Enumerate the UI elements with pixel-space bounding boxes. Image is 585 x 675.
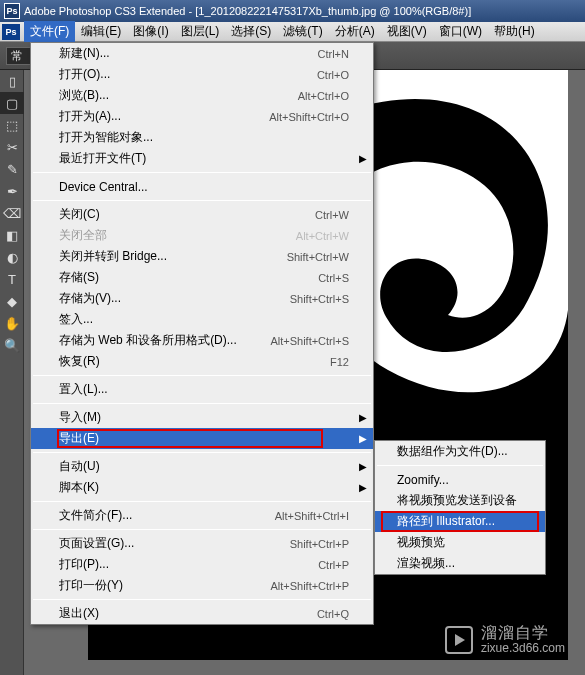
tool-shape[interactable]: ◆ <box>0 290 24 312</box>
export-menu-item[interactable]: 将视频预览发送到设备 <box>375 490 545 511</box>
menu-item-label: 存储为 Web 和设备所用格式(D)... <box>59 332 270 349</box>
menu-item-shortcut: Ctrl+Q <box>317 608 349 620</box>
menu-item-label: Zoomify... <box>397 473 449 487</box>
submenu-arrow-icon: ▶ <box>359 433 367 444</box>
menu-analysis[interactable]: 分析(A) <box>329 21 381 42</box>
ps-chip-icon: Ps <box>2 24 20 40</box>
watermark: 溜溜自学 zixue.3d66.com <box>445 624 565 655</box>
tool-type[interactable]: T <box>0 268 24 290</box>
menu-item-label: 退出(X) <box>59 605 317 622</box>
tool-pen[interactable]: ✒ <box>0 180 24 202</box>
menu-item-label: 渲染视频... <box>397 555 455 572</box>
menu-item-shortcut: Alt+Shift+Ctrl+P <box>270 580 349 592</box>
file-menu-item[interactable]: 存储(S)Ctrl+S <box>31 267 373 288</box>
menu-item-label: 恢复(R) <box>59 353 330 370</box>
tool-hand[interactable]: ✋ <box>0 312 24 334</box>
file-menu-item[interactable]: 置入(L)... <box>31 379 373 400</box>
menu-item-shortcut: Shift+Ctrl+S <box>290 293 349 305</box>
menu-item-label: 新建(N)... <box>59 45 318 62</box>
file-menu-item[interactable]: 脚本(K)▶ <box>31 477 373 498</box>
toolbox: ▯ ▢ ⬚ ✂ ✎ ✒ ⌫ ◧ ◐ T ◆ ✋ 🔍 <box>0 70 24 675</box>
file-menu-item[interactable]: 恢复(R)F12 <box>31 351 373 372</box>
file-menu-item[interactable]: 自动(U)▶ <box>31 456 373 477</box>
file-menu-item[interactable]: 存储为 Web 和设备所用格式(D)...Alt+Shift+Ctrl+S <box>31 330 373 351</box>
menu-item-shortcut: Ctrl+S <box>318 272 349 284</box>
separator <box>33 501 371 502</box>
menu-image[interactable]: 图像(I) <box>127 21 174 42</box>
tool-crop[interactable]: ✂ <box>0 136 24 158</box>
menu-edit[interactable]: 编辑(E) <box>75 21 127 42</box>
file-menu-item[interactable]: 打印(P)...Ctrl+P <box>31 554 373 575</box>
menu-item-label: 打开为智能对象... <box>59 129 349 146</box>
menu-item-shortcut: Alt+Ctrl+O <box>298 90 349 102</box>
file-menu-item[interactable]: 最近打开文件(T)▶ <box>31 148 373 169</box>
file-menu-item[interactable]: 打开为智能对象... <box>31 127 373 148</box>
play-icon <box>445 626 473 654</box>
tool-eraser[interactable]: ⌫ <box>0 202 24 224</box>
export-menu-item: 数据组作为文件(D)... <box>375 441 545 462</box>
file-menu-item[interactable]: 文件简介(F)...Alt+Shift+Ctrl+I <box>31 505 373 526</box>
menu-item-label: 打印一份(Y) <box>59 577 270 594</box>
menu-item-label: 打印(P)... <box>59 556 318 573</box>
file-menu-item[interactable]: 导入(M)▶ <box>31 407 373 428</box>
export-menu-item[interactable]: 渲染视频... <box>375 553 545 574</box>
window-title: Adobe Photoshop CS3 Extended - [1_201208… <box>24 5 471 17</box>
menu-item-label: 文件简介(F)... <box>59 507 275 524</box>
separator <box>33 599 371 600</box>
file-menu-item[interactable]: 打开为(A)...Alt+Shift+Ctrl+O <box>31 106 373 127</box>
file-menu-item[interactable]: 打开(O)...Ctrl+O <box>31 64 373 85</box>
menu-item-label: 路径到 Illustrator... <box>397 513 495 530</box>
file-menu-item[interactable]: Device Central... <box>31 176 373 197</box>
menu-item-shortcut: Shift+Ctrl+P <box>290 538 349 550</box>
file-menu-item[interactable]: 页面设置(G)...Shift+Ctrl+P <box>31 533 373 554</box>
menu-item-label: 关闭全部 <box>59 227 296 244</box>
menu-window[interactable]: 窗口(W) <box>433 21 488 42</box>
menu-item-label: Device Central... <box>59 180 349 194</box>
file-menu-item[interactable]: 关闭并转到 Bridge...Shift+Ctrl+W <box>31 246 373 267</box>
submenu-arrow-icon: ▶ <box>359 482 367 493</box>
menu-item-shortcut: Shift+Ctrl+W <box>287 251 349 263</box>
tool-move[interactable]: ▯ <box>0 70 24 92</box>
menu-item-shortcut: Ctrl+O <box>317 69 349 81</box>
watermark-brand: 溜溜自学 <box>481 624 565 642</box>
tool-lasso[interactable]: ⬚ <box>0 114 24 136</box>
file-menu-item[interactable]: 退出(X)Ctrl+Q <box>31 603 373 624</box>
menu-item-label: 打开(O)... <box>59 66 317 83</box>
menu-file[interactable]: 文件(F) <box>24 21 75 42</box>
tool-brush[interactable]: ✎ <box>0 158 24 180</box>
separator <box>33 529 371 530</box>
menu-view[interactable]: 视图(V) <box>381 21 433 42</box>
tool-dodge[interactable]: ◐ <box>0 246 24 268</box>
submenu-arrow-icon: ▶ <box>359 412 367 423</box>
menu-help[interactable]: 帮助(H) <box>488 21 541 42</box>
separator <box>33 403 371 404</box>
export-menu-item[interactable]: Zoomify... <box>375 469 545 490</box>
menu-item-label: 导出(E) <box>59 430 349 447</box>
menu-item-shortcut: Alt+Shift+Ctrl+S <box>270 335 349 347</box>
file-menu-item[interactable]: 存储为(V)...Shift+Ctrl+S <box>31 288 373 309</box>
file-menu-item[interactable]: 关闭(C)Ctrl+W <box>31 204 373 225</box>
tool-marquee[interactable]: ▢ <box>0 92 24 114</box>
title-bar: Ps Adobe Photoshop CS3 Extended - [1_201… <box>0 0 585 22</box>
separator <box>377 465 543 466</box>
file-menu-item[interactable]: 浏览(B)...Alt+Ctrl+O <box>31 85 373 106</box>
file-menu-item[interactable]: 打印一份(Y)Alt+Shift+Ctrl+P <box>31 575 373 596</box>
app-icon: Ps <box>4 3 20 19</box>
export-menu-item[interactable]: 视频预览 <box>375 532 545 553</box>
menu-item-label: 关闭(C) <box>59 206 315 223</box>
file-menu-item[interactable]: 导出(E)▶ <box>31 428 373 449</box>
menu-layer[interactable]: 图层(L) <box>175 21 226 42</box>
tool-zoom[interactable]: 🔍 <box>0 334 24 356</box>
file-menu-item[interactable]: 签入... <box>31 309 373 330</box>
menu-item-label: 签入... <box>59 311 349 328</box>
menu-select[interactable]: 选择(S) <box>225 21 277 42</box>
menu-item-label: 视频预览 <box>397 534 445 551</box>
export-menu-item[interactable]: 路径到 Illustrator... <box>375 511 545 532</box>
separator <box>33 200 371 201</box>
separator <box>33 375 371 376</box>
menu-item-shortcut: Ctrl+W <box>315 209 349 221</box>
menu-filter[interactable]: 滤镜(T) <box>277 21 328 42</box>
tool-gradient[interactable]: ◧ <box>0 224 24 246</box>
submenu-arrow-icon: ▶ <box>359 153 367 164</box>
file-menu-item[interactable]: 新建(N)...Ctrl+N <box>31 43 373 64</box>
